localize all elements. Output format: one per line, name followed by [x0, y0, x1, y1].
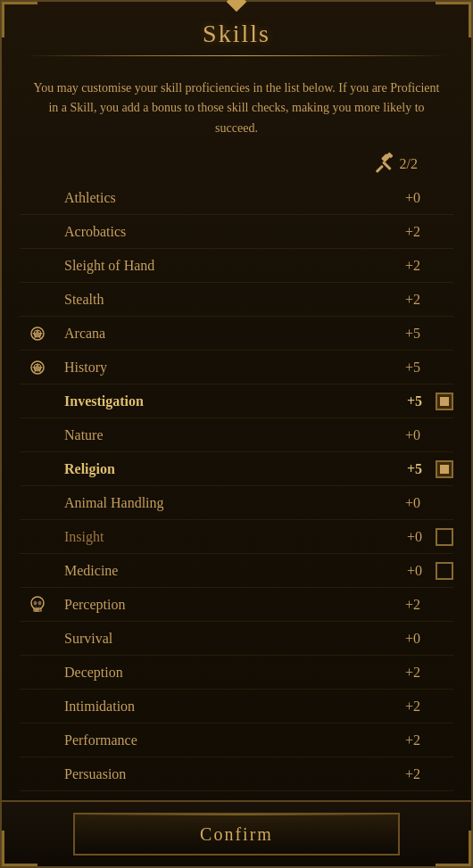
skill-row-perception: Perception+2: [20, 588, 453, 622]
skill-bonus-acrobatics: +2: [398, 224, 434, 240]
skill-name-insight: Insight: [55, 529, 400, 545]
skill-bonus-intimidation: +2: [398, 699, 434, 715]
skill-checkbox-investigation[interactable]: [436, 393, 453, 410]
skill-row-intimidation: Intimidation+2: [20, 690, 453, 723]
skill-icon-area-arcana: [20, 324, 55, 343]
skill-name-persuasion: Persuasion: [55, 766, 398, 782]
skill-icon-area-history: [20, 358, 55, 377]
skill-name-medicine: Medicine: [55, 563, 400, 579]
skill-name-nature: Nature: [55, 427, 398, 443]
skill-name-investigation: Investigation: [55, 393, 400, 409]
skill-row-performance: Performance+2: [20, 723, 453, 757]
skill-row-sleight-of-hand: Sleight of Hand+2: [20, 249, 453, 283]
svg-point-8: [31, 597, 44, 609]
corner-decoration-br: [436, 831, 471, 866]
counter-row: 2/2: [2, 147, 471, 181]
skill-bonus-history: +5: [398, 360, 434, 376]
page-title: Skills: [2, 20, 471, 48]
skill-name-religion: Religion: [55, 461, 400, 477]
skill-row-insight[interactable]: Insight+0: [20, 520, 453, 554]
skill-icon-area-perception: [20, 595, 55, 615]
skill-bonus-investigation: +5: [400, 393, 436, 409]
skill-row-nature: Nature+0: [20, 418, 453, 452]
skill-row-religion[interactable]: Religion+5: [20, 452, 453, 486]
skill-bonus-religion: +5: [400, 461, 436, 477]
skill-bonus-stealth: +2: [398, 292, 434, 308]
proficiency-crown-icon: [28, 324, 47, 343]
skills-panel: Skills You may customise your skill prof…: [0, 0, 473, 868]
skill-name-athletics: Athletics: [55, 190, 398, 206]
svg-rect-3: [375, 165, 383, 173]
skills-container: 2/2 Athletics+0Acrobatics+2Sleight of Ha…: [2, 147, 471, 800]
skill-name-performance: Performance: [55, 732, 398, 748]
skill-row-athletics: Athletics+0: [20, 181, 453, 215]
corner-decoration-bl: [2, 831, 37, 866]
skill-name-arcana: Arcana: [55, 326, 398, 342]
skill-row-acrobatics: Acrobatics+2: [20, 215, 453, 249]
skill-bonus-medicine: +0: [400, 563, 436, 579]
proficiency-crown-icon: [28, 358, 47, 377]
skill-name-perception: Perception: [55, 597, 398, 613]
skill-row-animal-handling: Animal Handling+0: [20, 486, 453, 520]
skill-bonus-arcana: +5: [398, 326, 434, 342]
passive-skull-icon: [28, 595, 47, 615]
skill-row-survival: Survival+0: [20, 622, 453, 656]
svg-point-10: [38, 600, 42, 605]
skill-row-deception: Deception+2: [20, 656, 453, 690]
skills-list: Athletics+0Acrobatics+2Sleight of Hand+2…: [2, 181, 471, 791]
svg-point-9: [34, 600, 37, 605]
skill-checkbox-religion[interactable]: [436, 460, 453, 478]
title-divider: [25, 55, 447, 56]
skill-bonus-athletics: +0: [398, 190, 434, 206]
skill-row-history: History+5: [20, 351, 453, 384]
skill-bonus-persuasion: +2: [398, 766, 434, 782]
skill-row-arcana: Arcana+5: [20, 317, 453, 351]
proficiency-icon: [375, 152, 400, 177]
title-section: Skills: [2, 2, 471, 65]
skill-row-persuasion: Persuasion+2: [20, 757, 453, 791]
skill-name-stealth: Stealth: [55, 292, 398, 308]
skill-bonus-survival: +0: [398, 631, 434, 647]
description-text: You may customise your skill proficienci…: [2, 65, 471, 147]
skill-bonus-deception: +2: [398, 665, 434, 681]
skill-bonus-nature: +0: [398, 427, 434, 443]
skill-name-deception: Deception: [55, 665, 398, 681]
skill-name-sleight-of-hand: Sleight of Hand: [55, 258, 398, 274]
confirm-button[interactable]: Confirm: [73, 813, 400, 856]
counter-display: 2/2: [400, 156, 418, 172]
skill-name-animal-handling: Animal Handling: [55, 495, 398, 511]
skill-name-intimidation: Intimidation: [55, 699, 398, 715]
confirm-section: Confirm: [2, 800, 471, 866]
skill-bonus-sleight-of-hand: +2: [398, 258, 434, 274]
skill-bonus-insight: +0: [400, 529, 436, 545]
skill-bonus-performance: +2: [398, 732, 434, 748]
skill-row-stealth: Stealth+2: [20, 283, 453, 317]
skill-row-investigation[interactable]: Investigation+5: [20, 384, 453, 418]
svg-rect-1: [382, 161, 392, 171]
skill-bonus-animal-handling: +0: [398, 495, 434, 511]
skill-name-history: History: [55, 360, 398, 376]
skill-name-acrobatics: Acrobatics: [55, 224, 398, 240]
skill-name-survival: Survival: [55, 631, 398, 647]
skill-checkbox-insight[interactable]: [436, 528, 453, 546]
skill-bonus-perception: +2: [398, 597, 434, 613]
skill-row-medicine[interactable]: Medicine+0: [20, 554, 453, 588]
skill-checkbox-medicine[interactable]: [436, 562, 453, 580]
